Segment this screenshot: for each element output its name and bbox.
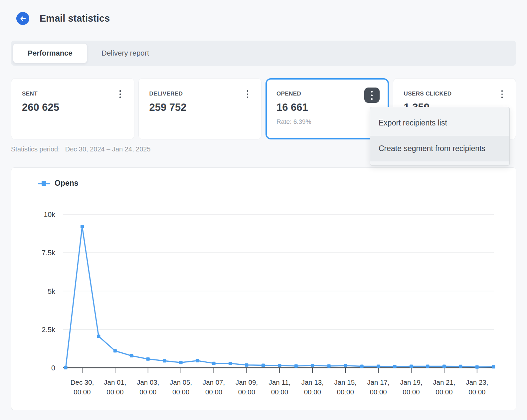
svg-text:00:00: 00:00: [304, 388, 321, 396]
opens-line-chart: 02.5k5k7.5k10kDec 30,00:00Jan 01,00:00Ja…: [11, 168, 517, 411]
email-statistics-page: Email statistics Performance Delivery re…: [0, 0, 527, 420]
svg-text:Jan 21,: Jan 21,: [433, 378, 455, 386]
arrow-left-icon: [19, 15, 27, 22]
kebab-vertical-icon[interactable]: [498, 89, 506, 99]
svg-text:Jan 13,: Jan 13,: [301, 378, 324, 386]
svg-text:Jan 19,: Jan 19,: [400, 378, 422, 386]
stat-card-rate: Rate: 6.39%: [276, 118, 379, 125]
opened-card-menu: Export recipients list Create segment fr…: [370, 107, 510, 166]
svg-text:00:00: 00:00: [403, 388, 420, 396]
svg-text:Jan 17,: Jan 17,: [367, 378, 389, 386]
svg-text:7.5k: 7.5k: [42, 249, 55, 257]
tab-delivery-report[interactable]: Delivery report: [101, 49, 149, 58]
svg-text:Jan 07,: Jan 07,: [203, 378, 225, 386]
svg-text:00:00: 00:00: [468, 388, 485, 396]
svg-text:00:00: 00:00: [205, 388, 222, 396]
back-button[interactable]: [16, 12, 29, 25]
statistics-period: Statistics period: Dec 30, 2024 – Jan 24…: [11, 145, 151, 153]
opens-chart-card: Opens 02.5k5k7.5k10kDec 30,00:00Jan 01,0…: [11, 167, 516, 410]
svg-text:00:00: 00:00: [238, 388, 255, 396]
svg-text:00:00: 00:00: [172, 388, 189, 396]
stat-card-label: OPENED: [276, 91, 379, 97]
kebab-vertical-icon[interactable]: [116, 89, 125, 99]
line-series-marker-icon: [38, 181, 50, 186]
page-title: Email statistics: [40, 12, 110, 25]
svg-text:Jan 01,: Jan 01,: [104, 378, 126, 386]
svg-text:2.5k: 2.5k: [42, 326, 55, 334]
svg-text:Jan 15,: Jan 15,: [334, 378, 357, 386]
legend-opens[interactable]: Opens: [38, 179, 79, 188]
tab-performance[interactable]: Performance: [13, 44, 87, 63]
svg-text:5k: 5k: [48, 288, 55, 296]
tab-bar: Performance Delivery report: [11, 41, 516, 66]
statistics-period-label: Statistics period:: [11, 145, 60, 153]
kebab-vertical-icon[interactable]: [243, 89, 252, 99]
stat-card-value: 259 752: [149, 102, 252, 113]
kebab-vertical-icon[interactable]: [364, 88, 380, 103]
svg-text:10k: 10k: [44, 211, 55, 219]
stat-card-label: USERS CLICKED: [404, 91, 506, 97]
stat-card-label: SENT: [22, 91, 124, 97]
svg-text:00:00: 00:00: [370, 388, 387, 396]
svg-text:Jan 11,: Jan 11,: [269, 378, 291, 386]
svg-text:0: 0: [51, 364, 55, 372]
svg-text:00:00: 00:00: [436, 388, 452, 396]
stat-card-value: 16 661: [276, 102, 379, 113]
menu-item-export-recipients[interactable]: Export recipients list: [370, 110, 509, 136]
svg-text:Jan 05,: Jan 05,: [170, 378, 192, 386]
svg-text:00:00: 00:00: [74, 388, 90, 396]
svg-text:Dec 30,: Dec 30,: [71, 378, 94, 386]
svg-text:Jan 23,: Jan 23,: [466, 378, 488, 386]
stat-card-label: DELIVERED: [149, 91, 252, 97]
svg-text:00:00: 00:00: [139, 388, 156, 396]
svg-text:Jan 03,: Jan 03,: [137, 378, 159, 386]
svg-text:00:00: 00:00: [106, 388, 123, 396]
svg-text:00:00: 00:00: [337, 388, 354, 396]
stat-card-delivered[interactable]: DELIVERED 259 752: [138, 78, 262, 139]
legend-label: Opens: [55, 179, 79, 188]
stat-card-sent[interactable]: SENT 260 625: [11, 78, 134, 139]
statistics-period-range: Dec 30, 2024 – Jan 24, 2025: [65, 145, 151, 153]
svg-text:00:00: 00:00: [271, 388, 288, 396]
svg-text:Jan 09,: Jan 09,: [236, 378, 258, 386]
stat-card-value: 260 625: [22, 102, 124, 113]
menu-item-create-segment[interactable]: Create segment from recipients: [370, 136, 509, 161]
